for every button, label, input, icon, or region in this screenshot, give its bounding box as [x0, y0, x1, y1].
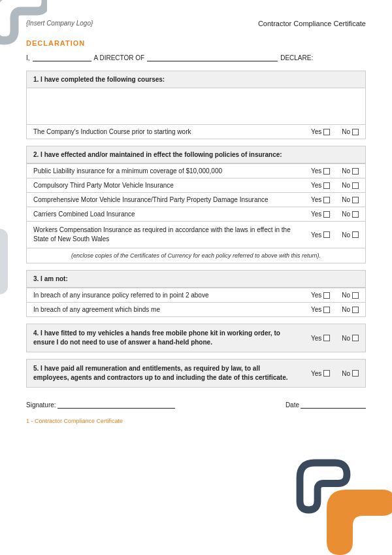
s2r2-yes-cb[interactable]: [323, 182, 330, 189]
section-2-row-5-label: Workers Compensation Insurance as requir…: [33, 226, 293, 244]
section-2-row-3: Comprehensive Motor Vehicle Insurance/Th…: [27, 192, 365, 207]
section-2-row-1-label: Public Liability insurance for a minimum…: [33, 167, 293, 175]
section-3-row-1-label: In breach of any insurance policy referr…: [33, 292, 293, 299]
section-1-blank: [27, 88, 365, 124]
logo-placeholder: {Insert Company Logo}: [26, 20, 93, 27]
section-3-row-2-label: In breach of any agreement which binds m…: [33, 306, 293, 313]
header: {Insert Company Logo} Contractor Complia…: [26, 20, 366, 27]
signature-line: Signature: Date: [26, 399, 366, 409]
section-2-header: 2. I have effected and/or maintained in …: [27, 146, 365, 163]
section-2-row-4: Carriers Combined Load Insurance Yes No: [27, 207, 365, 221]
s2r3-no-cb[interactable]: [352, 197, 359, 203]
section-2-row-4-label: Carriers Combined Load Insurance: [33, 210, 293, 218]
certificate-title: Contractor Compliance Certificate: [258, 20, 366, 27]
section-5: 5. I have paid all remuneration and enti…: [26, 359, 366, 388]
declare-i: I,: [26, 54, 30, 61]
s2r2-no-cb[interactable]: [352, 182, 359, 189]
section-2-note: (enclose copies of the Certificates of C…: [27, 248, 365, 263]
declaration-label: DECLARATION: [26, 39, 366, 47]
section-2-row-2-label: Compulsory Third Party Motor Vehicle Ins…: [33, 182, 293, 189]
declare-line: I, A DIRECTOR OF DECLARE:: [26, 54, 366, 61]
section-3-row-2: In breach of any agreement which binds m…: [27, 302, 365, 316]
date-right: Date: [286, 399, 366, 409]
section-1-row-1-no-checkbox[interactable]: [352, 129, 359, 135]
s2r5-yes-cb[interactable]: [323, 231, 330, 238]
signature-left: Signature:: [26, 399, 175, 409]
signature-underline: [57, 399, 175, 409]
section-1-row-1-yn: Yes No: [293, 128, 359, 135]
s2r4-no-cb[interactable]: [352, 211, 359, 218]
s2r1-yes-cb[interactable]: [323, 168, 330, 175]
s3r2-yes-cb[interactable]: [323, 307, 330, 313]
section-2-row-2: Compulsory Third Party Motor Vehicle Ins…: [27, 178, 365, 192]
section-2-row-1-yn: Yes No: [293, 167, 359, 175]
section-2: 2. I have effected and/or maintained in …: [26, 146, 366, 263]
s4-no-cb[interactable]: [352, 335, 359, 341]
section-5-header-text: 5. I have paid all remuneration and enti…: [33, 364, 293, 382]
s2r5-no-cb[interactable]: [352, 231, 359, 238]
s3r1-yes-cb[interactable]: [323, 292, 330, 299]
section-4-header-text: 4. I have fitted to my vehicles a hands …: [33, 329, 293, 347]
section-3-row-1: In breach of any insurance policy referr…: [27, 288, 365, 302]
s5-no-cb[interactable]: [352, 370, 359, 377]
section-4-header-row: 4. I have fitted to my vehicles a hands …: [27, 324, 365, 352]
svg-rect-0: [0, 229, 8, 294]
s3r1-no-cb[interactable]: [352, 292, 359, 299]
section-3: 3. I am not: In breach of any insurance …: [26, 270, 366, 317]
s4-yes-cb[interactable]: [323, 335, 330, 341]
section-3-header: 3. I am not:: [27, 271, 365, 288]
section-1-row-1: The Company's Induction Course prior to …: [27, 124, 365, 139]
section-2-row-3-label: Comprehensive Motor Vehicle Insurance/Th…: [33, 196, 293, 203]
signature-label: Signature:: [26, 401, 56, 409]
s3r2-no-cb[interactable]: [352, 307, 359, 313]
section-1-row-1-yes: Yes: [311, 128, 330, 135]
section-1-header: 1. I have completed the following course…: [27, 71, 365, 88]
section-1-row-1-label: The Company's Induction Course prior to …: [33, 128, 293, 135]
company-underline: [147, 54, 278, 61]
declare-label: DECLARE:: [280, 54, 313, 61]
s2r3-yes-cb[interactable]: [323, 197, 330, 203]
s5-yes-cb[interactable]: [323, 370, 330, 377]
s2r1-no-cb[interactable]: [352, 168, 359, 175]
footer-label: 1 - Contractor Compliance Certificate: [26, 418, 366, 424]
name-underline: [33, 54, 91, 61]
s2r4-yes-cb[interactable]: [323, 211, 330, 218]
section-1: 1. I have completed the following course…: [26, 71, 366, 139]
section-4: 4. I have fitted to my vehicles a hands …: [26, 324, 366, 352]
director-of-label: A DIRECTOR OF: [94, 54, 145, 61]
section-1-row-1-no: No: [342, 128, 359, 135]
section-1-row-1-yes-checkbox[interactable]: [323, 129, 330, 135]
date-underline: [301, 399, 366, 409]
section-2-row-5: Workers Compensation Insurance as requir…: [27, 221, 365, 248]
date-label: Date: [286, 401, 299, 409]
section-2-row-1: Public Liability insurance for a minimum…: [27, 163, 365, 178]
section-5-header-row: 5. I have paid all remuneration and enti…: [27, 360, 365, 387]
